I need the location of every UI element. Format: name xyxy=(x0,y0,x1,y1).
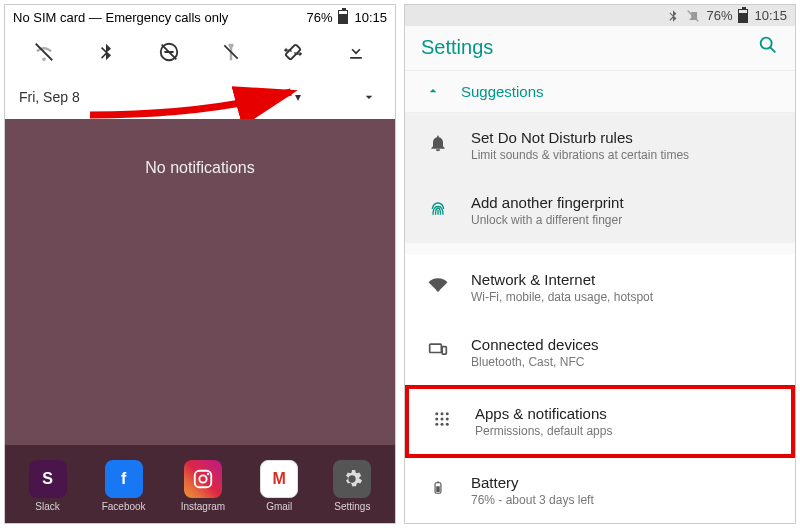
status-bar: No SIM card — Emergency calls only 76% 1… xyxy=(5,5,395,29)
search-button[interactable] xyxy=(757,34,779,61)
svg-point-8 xyxy=(435,412,438,415)
chevron-down-icon xyxy=(361,89,377,105)
page-title: Settings xyxy=(421,36,757,59)
status-bar: 76% 10:15 xyxy=(405,5,795,26)
setting-subtitle: Wi-Fi, mobile, data usage, hotspot xyxy=(471,290,775,304)
status-right: 76% 10:15 xyxy=(306,10,387,25)
clock-text: 10:15 xyxy=(754,8,787,23)
quick-settings-row xyxy=(5,29,395,75)
gear-caret-icon: ▾ xyxy=(295,90,301,104)
dock-label: Settings xyxy=(334,501,370,512)
svg-rect-18 xyxy=(437,482,439,483)
dock: S Slack f Facebook Instagram M Gmail Set… xyxy=(5,445,395,523)
svg-rect-1 xyxy=(286,44,302,60)
settings-item-connected-devices[interactable]: Connected devices Bluetooth, Cast, NFC xyxy=(405,320,795,385)
dock-app-instagram[interactable]: Instagram xyxy=(181,460,225,512)
gmail-icon: M xyxy=(260,460,298,498)
dock-app-gmail[interactable]: M Gmail xyxy=(260,460,298,512)
chevron-up-icon xyxy=(425,83,441,99)
dock-app-slack[interactable]: S Slack xyxy=(29,460,67,512)
app-bar: Settings xyxy=(405,26,795,70)
suggestions-label: Suggestions xyxy=(461,83,544,100)
shade-header: Fri, Sep 8 ▾ xyxy=(5,75,395,119)
svg-point-3 xyxy=(199,475,206,482)
setting-title: Network & Internet xyxy=(471,271,775,288)
settings-item-apps-notifications[interactable]: Apps & notifications Permissions, defaul… xyxy=(405,385,795,458)
dock-label: Gmail xyxy=(266,501,292,512)
svg-point-9 xyxy=(441,412,444,415)
svg-point-14 xyxy=(435,423,438,426)
battery-icon xyxy=(738,9,748,23)
dock-label: Slack xyxy=(35,501,59,512)
setting-subtitle: Permissions, default apps xyxy=(475,424,771,438)
dock-label: Instagram xyxy=(181,501,225,512)
setting-subtitle: 76% - about 3 days left xyxy=(471,493,775,507)
setting-subtitle: Bluetooth, Cast, NFC xyxy=(471,355,775,369)
section-divider xyxy=(405,243,795,255)
svg-point-12 xyxy=(441,418,444,421)
setting-title: Connected devices xyxy=(471,336,775,353)
svg-point-11 xyxy=(435,418,438,421)
battery-icon xyxy=(338,10,348,24)
suggestions-header[interactable]: Suggestions xyxy=(405,71,795,113)
settings-item-battery[interactable]: Battery 76% - about 3 days left xyxy=(405,458,795,523)
settings-gear-button[interactable] xyxy=(259,85,283,109)
download-icon[interactable] xyxy=(343,39,369,65)
phone-notification-shade: No SIM card — Emergency calls only 76% 1… xyxy=(4,4,396,524)
svg-rect-19 xyxy=(436,486,440,492)
slack-icon: S xyxy=(29,460,67,498)
suggestion-add-fingerprint[interactable]: Add another fingerprint Unlock with a di… xyxy=(405,178,795,243)
svg-point-16 xyxy=(446,423,449,426)
bell-icon xyxy=(425,133,451,158)
setting-subtitle: Unlock with a different finger xyxy=(471,213,775,227)
svg-point-10 xyxy=(446,412,449,415)
gear-icon xyxy=(333,460,371,498)
no-sim-icon xyxy=(686,9,700,23)
setting-title: Battery xyxy=(471,474,775,491)
battery-percent: 76% xyxy=(306,10,332,25)
gear-icon xyxy=(262,88,280,106)
apps-icon xyxy=(429,410,455,433)
wifi-off-icon[interactable] xyxy=(31,39,57,65)
wifi-icon xyxy=(425,275,451,300)
clock-text: 10:15 xyxy=(354,10,387,25)
autorotate-icon[interactable] xyxy=(280,39,306,65)
setting-title: Apps & notifications xyxy=(475,405,771,422)
setting-subtitle: Limit sounds & vibrations at certain tim… xyxy=(471,148,775,162)
dock-app-settings[interactable]: Settings xyxy=(333,460,371,512)
do-not-disturb-off-icon[interactable] xyxy=(156,39,182,65)
sim-status-text: No SIM card — Emergency calls only xyxy=(13,10,306,25)
facebook-icon: f xyxy=(105,460,143,498)
dock-app-facebook[interactable]: f Facebook xyxy=(102,460,146,512)
phone-settings-app: 76% 10:15 Settings Suggestions Set Do No… xyxy=(404,4,796,524)
shade-date: Fri, Sep 8 xyxy=(19,89,251,105)
setting-title: Set Do Not Disturb rules xyxy=(471,129,775,146)
svg-rect-6 xyxy=(430,344,442,352)
expand-shade-button[interactable] xyxy=(357,85,381,109)
suggestion-dnd-rules[interactable]: Set Do Not Disturb rules Limit sounds & … xyxy=(405,113,795,178)
dock-label: Facebook xyxy=(102,501,146,512)
bluetooth-icon xyxy=(666,9,680,23)
svg-point-4 xyxy=(207,473,209,475)
fingerprint-icon xyxy=(425,198,451,223)
search-icon xyxy=(757,34,779,56)
svg-point-15 xyxy=(441,423,444,426)
instagram-icon xyxy=(184,460,222,498)
devices-icon xyxy=(425,340,451,365)
flashlight-off-icon[interactable] xyxy=(218,39,244,65)
settings-item-network[interactable]: Network & Internet Wi-Fi, mobile, data u… xyxy=(405,255,795,320)
svg-point-13 xyxy=(446,418,449,421)
no-notifications-text: No notifications xyxy=(145,159,254,177)
battery-icon xyxy=(425,478,451,503)
bluetooth-icon[interactable] xyxy=(93,39,119,65)
svg-rect-7 xyxy=(442,347,446,355)
setting-title: Add another fingerprint xyxy=(471,194,775,211)
svg-point-5 xyxy=(761,38,772,49)
battery-percent: 76% xyxy=(706,8,732,23)
